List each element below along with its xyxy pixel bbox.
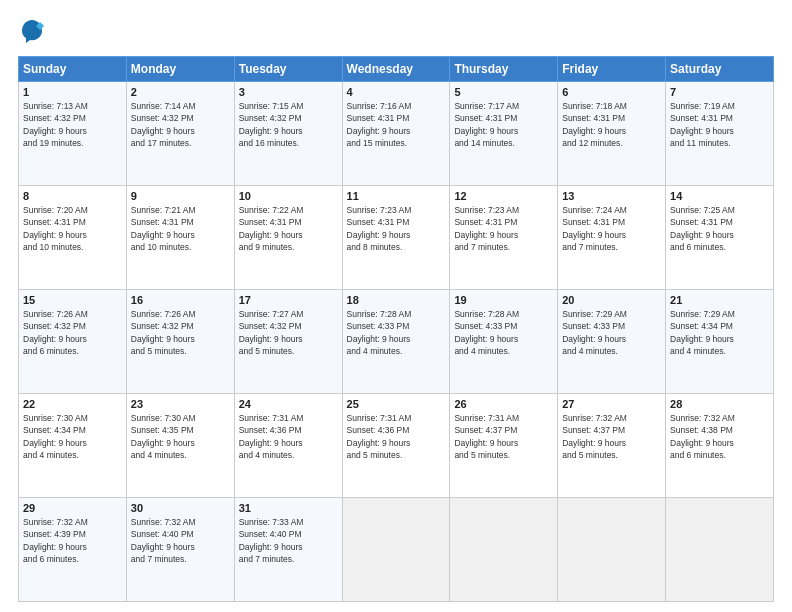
day-number: 29 <box>23 502 122 514</box>
calendar-row-4: 22Sunrise: 7:30 AM Sunset: 4:34 PM Dayli… <box>19 394 774 498</box>
day-info: Sunrise: 7:33 AM Sunset: 4:40 PM Dayligh… <box>239 516 338 565</box>
day-info: Sunrise: 7:28 AM Sunset: 4:33 PM Dayligh… <box>347 308 446 357</box>
calendar-row-1: 1Sunrise: 7:13 AM Sunset: 4:32 PM Daylig… <box>19 82 774 186</box>
calendar-cell: 21Sunrise: 7:29 AM Sunset: 4:34 PM Dayli… <box>666 290 774 394</box>
day-number: 27 <box>562 398 661 410</box>
day-number: 30 <box>131 502 230 514</box>
day-info: Sunrise: 7:29 AM Sunset: 4:34 PM Dayligh… <box>670 308 769 357</box>
day-info: Sunrise: 7:19 AM Sunset: 4:31 PM Dayligh… <box>670 100 769 149</box>
calendar-row-2: 8Sunrise: 7:20 AM Sunset: 4:31 PM Daylig… <box>19 186 774 290</box>
calendar-header: SundayMondayTuesdayWednesdayThursdayFrid… <box>19 57 774 82</box>
calendar-cell: 24Sunrise: 7:31 AM Sunset: 4:36 PM Dayli… <box>234 394 342 498</box>
calendar-cell: 2Sunrise: 7:14 AM Sunset: 4:32 PM Daylig… <box>126 82 234 186</box>
day-number: 19 <box>454 294 553 306</box>
day-info: Sunrise: 7:30 AM Sunset: 4:34 PM Dayligh… <box>23 412 122 461</box>
calendar-cell <box>666 498 774 602</box>
calendar-cell: 6Sunrise: 7:18 AM Sunset: 4:31 PM Daylig… <box>558 82 666 186</box>
header-monday: Monday <box>126 57 234 82</box>
day-info: Sunrise: 7:24 AM Sunset: 4:31 PM Dayligh… <box>562 204 661 253</box>
calendar-cell: 27Sunrise: 7:32 AM Sunset: 4:37 PM Dayli… <box>558 394 666 498</box>
day-info: Sunrise: 7:25 AM Sunset: 4:31 PM Dayligh… <box>670 204 769 253</box>
header-wednesday: Wednesday <box>342 57 450 82</box>
day-info: Sunrise: 7:18 AM Sunset: 4:31 PM Dayligh… <box>562 100 661 149</box>
day-number: 18 <box>347 294 446 306</box>
calendar-cell: 10Sunrise: 7:22 AM Sunset: 4:31 PM Dayli… <box>234 186 342 290</box>
calendar-cell: 5Sunrise: 7:17 AM Sunset: 4:31 PM Daylig… <box>450 82 558 186</box>
day-info: Sunrise: 7:20 AM Sunset: 4:31 PM Dayligh… <box>23 204 122 253</box>
day-number: 24 <box>239 398 338 410</box>
calendar-cell: 20Sunrise: 7:29 AM Sunset: 4:33 PM Dayli… <box>558 290 666 394</box>
day-number: 21 <box>670 294 769 306</box>
day-number: 6 <box>562 86 661 98</box>
calendar-cell: 30Sunrise: 7:32 AM Sunset: 4:40 PM Dayli… <box>126 498 234 602</box>
header-tuesday: Tuesday <box>234 57 342 82</box>
calendar-cell: 11Sunrise: 7:23 AM Sunset: 4:31 PM Dayli… <box>342 186 450 290</box>
day-number: 12 <box>454 190 553 202</box>
day-number: 3 <box>239 86 338 98</box>
calendar-cell: 26Sunrise: 7:31 AM Sunset: 4:37 PM Dayli… <box>450 394 558 498</box>
day-info: Sunrise: 7:21 AM Sunset: 4:31 PM Dayligh… <box>131 204 230 253</box>
calendar-cell: 16Sunrise: 7:26 AM Sunset: 4:32 PM Dayli… <box>126 290 234 394</box>
day-info: Sunrise: 7:13 AM Sunset: 4:32 PM Dayligh… <box>23 100 122 149</box>
header-sunday: Sunday <box>19 57 127 82</box>
calendar-cell <box>450 498 558 602</box>
day-number: 13 <box>562 190 661 202</box>
day-number: 5 <box>454 86 553 98</box>
calendar-cell: 3Sunrise: 7:15 AM Sunset: 4:32 PM Daylig… <box>234 82 342 186</box>
day-info: Sunrise: 7:16 AM Sunset: 4:31 PM Dayligh… <box>347 100 446 149</box>
day-info: Sunrise: 7:17 AM Sunset: 4:31 PM Dayligh… <box>454 100 553 149</box>
page: SundayMondayTuesdayWednesdayThursdayFrid… <box>0 0 792 612</box>
day-info: Sunrise: 7:23 AM Sunset: 4:31 PM Dayligh… <box>454 204 553 253</box>
day-number: 1 <box>23 86 122 98</box>
day-info: Sunrise: 7:23 AM Sunset: 4:31 PM Dayligh… <box>347 204 446 253</box>
day-number: 8 <box>23 190 122 202</box>
calendar-cell: 19Sunrise: 7:28 AM Sunset: 4:33 PM Dayli… <box>450 290 558 394</box>
calendar-cell: 29Sunrise: 7:32 AM Sunset: 4:39 PM Dayli… <box>19 498 127 602</box>
day-info: Sunrise: 7:26 AM Sunset: 4:32 PM Dayligh… <box>131 308 230 357</box>
day-number: 9 <box>131 190 230 202</box>
calendar-body: 1Sunrise: 7:13 AM Sunset: 4:32 PM Daylig… <box>19 82 774 602</box>
calendar-table: SundayMondayTuesdayWednesdayThursdayFrid… <box>18 56 774 602</box>
day-number: 31 <box>239 502 338 514</box>
day-info: Sunrise: 7:30 AM Sunset: 4:35 PM Dayligh… <box>131 412 230 461</box>
calendar-cell: 1Sunrise: 7:13 AM Sunset: 4:32 PM Daylig… <box>19 82 127 186</box>
day-info: Sunrise: 7:22 AM Sunset: 4:31 PM Dayligh… <box>239 204 338 253</box>
calendar-cell: 8Sunrise: 7:20 AM Sunset: 4:31 PM Daylig… <box>19 186 127 290</box>
calendar-cell <box>342 498 450 602</box>
calendar-cell: 22Sunrise: 7:30 AM Sunset: 4:34 PM Dayli… <box>19 394 127 498</box>
day-info: Sunrise: 7:29 AM Sunset: 4:33 PM Dayligh… <box>562 308 661 357</box>
header <box>18 18 774 46</box>
header-row: SundayMondayTuesdayWednesdayThursdayFrid… <box>19 57 774 82</box>
calendar-cell: 7Sunrise: 7:19 AM Sunset: 4:31 PM Daylig… <box>666 82 774 186</box>
calendar-cell: 4Sunrise: 7:16 AM Sunset: 4:31 PM Daylig… <box>342 82 450 186</box>
day-info: Sunrise: 7:31 AM Sunset: 4:36 PM Dayligh… <box>239 412 338 461</box>
day-info: Sunrise: 7:32 AM Sunset: 4:38 PM Dayligh… <box>670 412 769 461</box>
day-number: 16 <box>131 294 230 306</box>
calendar-cell: 12Sunrise: 7:23 AM Sunset: 4:31 PM Dayli… <box>450 186 558 290</box>
day-number: 4 <box>347 86 446 98</box>
header-saturday: Saturday <box>666 57 774 82</box>
calendar-row-5: 29Sunrise: 7:32 AM Sunset: 4:39 PM Dayli… <box>19 498 774 602</box>
day-number: 7 <box>670 86 769 98</box>
day-info: Sunrise: 7:15 AM Sunset: 4:32 PM Dayligh… <box>239 100 338 149</box>
day-number: 20 <box>562 294 661 306</box>
calendar-row-3: 15Sunrise: 7:26 AM Sunset: 4:32 PM Dayli… <box>19 290 774 394</box>
calendar-cell: 14Sunrise: 7:25 AM Sunset: 4:31 PM Dayli… <box>666 186 774 290</box>
calendar-cell: 23Sunrise: 7:30 AM Sunset: 4:35 PM Dayli… <box>126 394 234 498</box>
day-number: 10 <box>239 190 338 202</box>
day-info: Sunrise: 7:28 AM Sunset: 4:33 PM Dayligh… <box>454 308 553 357</box>
logo <box>18 18 50 46</box>
calendar-cell: 31Sunrise: 7:33 AM Sunset: 4:40 PM Dayli… <box>234 498 342 602</box>
calendar-cell: 15Sunrise: 7:26 AM Sunset: 4:32 PM Dayli… <box>19 290 127 394</box>
day-info: Sunrise: 7:31 AM Sunset: 4:37 PM Dayligh… <box>454 412 553 461</box>
day-number: 28 <box>670 398 769 410</box>
day-number: 26 <box>454 398 553 410</box>
day-info: Sunrise: 7:27 AM Sunset: 4:32 PM Dayligh… <box>239 308 338 357</box>
logo-icon <box>18 18 46 46</box>
day-info: Sunrise: 7:14 AM Sunset: 4:32 PM Dayligh… <box>131 100 230 149</box>
calendar-cell: 28Sunrise: 7:32 AM Sunset: 4:38 PM Dayli… <box>666 394 774 498</box>
calendar-cell: 9Sunrise: 7:21 AM Sunset: 4:31 PM Daylig… <box>126 186 234 290</box>
day-number: 25 <box>347 398 446 410</box>
day-info: Sunrise: 7:32 AM Sunset: 4:40 PM Dayligh… <box>131 516 230 565</box>
day-number: 17 <box>239 294 338 306</box>
